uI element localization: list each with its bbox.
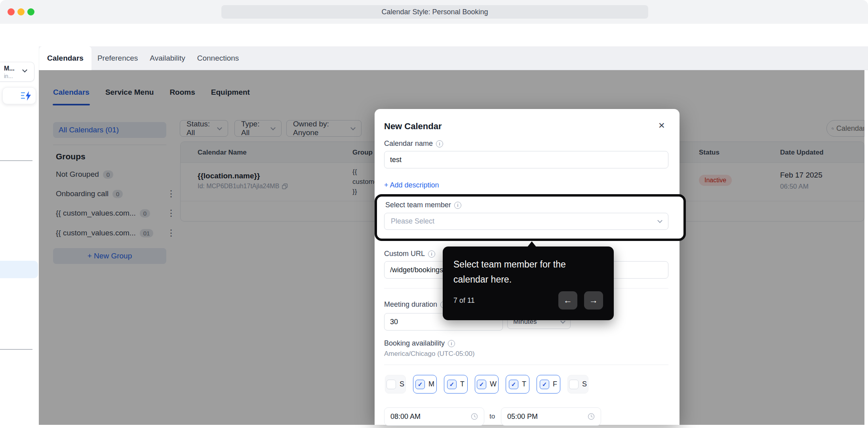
day-checkbox-sunday[interactable]: ✓ S	[385, 375, 406, 394]
close-window-button[interactable]	[8, 8, 15, 15]
team-member-placeholder: Please Select	[391, 217, 434, 225]
divider	[0, 349, 32, 350]
custom-url-label: Custom URL i	[384, 250, 435, 258]
checkbox-icon: ✓	[447, 380, 457, 389]
divider	[384, 365, 668, 365]
tab-availability[interactable]: Availability	[144, 46, 191, 70]
info-icon[interactable]: i	[436, 140, 443, 147]
tour-tooltip: Select team member for the calendar here…	[443, 246, 614, 320]
minimize-window-button[interactable]	[17, 8, 25, 15]
tab-connections[interactable]: Connections	[191, 46, 245, 70]
tooltip-step-counter: 7 of 11	[453, 296, 475, 305]
checkbox-icon: ✓	[477, 380, 486, 389]
tab-preferences[interactable]: Preferences	[91, 46, 144, 70]
meeting-duration-label-text: Meeting duration	[384, 300, 437, 309]
tour-previous-button[interactable]: ←	[558, 291, 577, 310]
team-member-select[interactable]: Please Select	[384, 213, 668, 230]
booking-availability-label-text: Booking availability	[384, 339, 445, 348]
select-team-member-section: Select team member i Please Select	[375, 194, 680, 241]
day-label: M	[428, 380, 434, 388]
day-checkbox-thursday[interactable]: ✓ T	[506, 375, 529, 394]
team-member-label-text: Select team member	[385, 201, 451, 209]
day-label: T	[460, 380, 464, 388]
day-label: W	[490, 380, 497, 388]
info-icon[interactable]: i	[428, 250, 435, 258]
chevron-down-icon	[22, 67, 27, 73]
divider	[0, 160, 32, 161]
start-time-input[interactable]: 08:00 AM	[384, 407, 484, 426]
quick-actions-card[interactable]	[2, 87, 36, 104]
checkbox-icon: ✓	[540, 380, 549, 389]
custom-url-label-text: Custom URL	[384, 250, 425, 258]
left-sidebar-strip: M... in...	[0, 24, 39, 425]
time-range-to-label: to	[489, 413, 495, 420]
sidebar-highlight-row[interactable]	[0, 261, 38, 278]
day-checkbox-tuesday[interactable]: ✓ T	[444, 375, 468, 394]
clock-icon	[471, 413, 478, 420]
day-checkbox-monday[interactable]: ✓ M	[413, 375, 437, 394]
day-checkbox-saturday[interactable]: ✓ S	[567, 375, 588, 394]
location-switcher-subtitle: in...	[4, 73, 13, 79]
calendar-name-input[interactable]	[384, 151, 668, 168]
lightning-bolt-icon	[21, 91, 32, 101]
clock-icon	[588, 413, 595, 420]
calendar-name-label: Calendar name i	[384, 139, 443, 148]
titlebar: Calendar Style: Personal Booking	[0, 0, 868, 24]
day-label: S	[582, 380, 587, 388]
arrow-right-icon: →	[589, 295, 598, 306]
day-label: T	[522, 380, 526, 388]
chevron-down-icon	[657, 218, 662, 223]
close-icon[interactable]: ✕	[658, 121, 665, 130]
arrow-left-icon: ←	[563, 295, 572, 306]
location-switcher[interactable]: M... in...	[0, 62, 34, 82]
booking-availability-label: Booking availability i	[384, 339, 455, 348]
zoom-window-button[interactable]	[27, 8, 34, 15]
header-spacer	[0, 24, 868, 46]
add-description-link[interactable]: + Add description	[384, 181, 439, 189]
checkbox-icon: ✓	[569, 380, 579, 389]
meeting-duration-label: Meeting duration i	[384, 300, 447, 309]
info-icon[interactable]: i	[454, 202, 461, 209]
modal-title: New Calendar	[384, 121, 442, 132]
main-tabbar: Calendars Preferences Availability Conne…	[0, 46, 868, 70]
timezone-text: America/Chicago (UTC-05:00)	[384, 350, 475, 358]
checkbox-icon: ✓	[386, 380, 396, 389]
info-icon[interactable]: i	[448, 340, 455, 347]
end-time-value: 05:00 PM	[507, 413, 538, 421]
window-title: Calendar Style: Personal Booking	[221, 5, 648, 19]
location-switcher-title: M...	[4, 65, 15, 72]
tab-calendars[interactable]: Calendars	[39, 46, 91, 70]
day-checkbox-wednesday[interactable]: ✓ W	[475, 375, 499, 394]
start-time-value: 08:00 AM	[390, 413, 421, 421]
checkbox-icon: ✓	[415, 380, 425, 389]
calendar-name-label-text: Calendar name	[384, 139, 433, 148]
end-time-input[interactable]: 05:00 PM	[501, 407, 601, 426]
tooltip-text: Select team member for the calendar here…	[453, 257, 592, 287]
team-member-label: Select team member i	[385, 201, 461, 209]
app-window: Calendar Style: Personal Booking Calenda…	[0, 0, 868, 428]
day-checkbox-friday[interactable]: ✓ F	[537, 375, 560, 394]
day-label: F	[553, 380, 557, 388]
checkbox-icon: ✓	[509, 380, 518, 389]
tour-next-button[interactable]: →	[584, 291, 603, 310]
day-label: S	[400, 380, 404, 388]
weekday-selector: ✓ S ✓ M ✓ T ✓ W ✓ T ✓ F	[385, 375, 588, 394]
